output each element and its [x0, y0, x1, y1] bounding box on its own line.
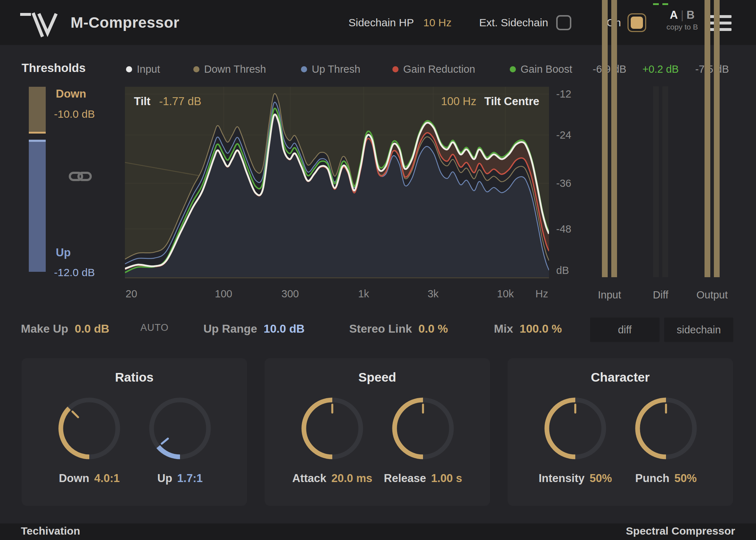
tilt-control: Tilt -1.77 dB [134, 95, 201, 108]
tilt-value[interactable]: -1.77 dB [159, 95, 201, 108]
panel-character: CharacterIntensity50%Punch50% [508, 358, 733, 506]
knob-release[interactable]: Release1.00 s [380, 394, 466, 485]
control-value[interactable]: 0.0 dB [75, 322, 109, 336]
control-label: Make Up [21, 322, 68, 336]
control-label: Stereo Link [349, 322, 412, 336]
knob-value[interactable]: 50% [590, 472, 612, 485]
ab-a-label[interactable]: A [670, 9, 678, 21]
knob-attack[interactable]: Attack20.0 ms [289, 394, 375, 485]
knob-label: Punch [635, 472, 670, 485]
tilt-centre-control: 100 Hz Tilt Centre [360, 95, 539, 108]
legend-label: Down Thresh [204, 63, 266, 75]
legend-item-gain-boost: Gain Boost [510, 63, 572, 75]
ext-sidechain-checkbox[interactable] [556, 15, 571, 30]
knob-dial-icon[interactable] [55, 394, 123, 463]
knob-dial-icon[interactable] [632, 394, 700, 463]
knob-label: Up [157, 472, 172, 485]
spectrum-plot [125, 87, 549, 278]
knob-label: Attack [292, 472, 327, 485]
meter-fill-bright [714, 0, 720, 277]
knob-dial-icon[interactable] [298, 394, 366, 463]
x-axis-tick: 300 [269, 288, 312, 300]
meter-readout-diff: +0.2 dB [632, 63, 689, 75]
on-checkbox-fill [631, 17, 643, 29]
down-threshold-label: Down [56, 87, 86, 100]
knob-value[interactable]: 20.0 ms [332, 472, 373, 485]
knob-value[interactable]: 1.7:1 [177, 472, 203, 485]
spectrum-display[interactable] [125, 87, 549, 278]
knob-dial-icon[interactable] [541, 394, 609, 463]
legend-item-gain-reduction: Gain Reduction [392, 63, 475, 75]
up-threshold-value[interactable]: -12.0 dB [54, 266, 95, 279]
knob-value[interactable]: 1.00 s [431, 472, 462, 485]
down-threshold-handle[interactable] [29, 132, 46, 134]
copy-to-b-button[interactable]: copy to B [661, 23, 703, 31]
knob-readout: Punch50% [623, 472, 709, 485]
tilt-centre-value[interactable]: 100 Hz [441, 95, 476, 108]
meter-bar-output [714, 86, 720, 277]
auto-makeup-toggle[interactable]: AUTO [140, 322, 169, 333]
panel-title: Ratios [22, 370, 247, 384]
ext-sidechain-label: Ext. Sidechain [479, 17, 548, 29]
x-axis-tick: 3k [411, 288, 455, 300]
knob-intensity[interactable]: Intensity50% [532, 394, 618, 485]
meter-bar-input [611, 86, 617, 277]
ab-separator: | [681, 9, 684, 21]
knob-readout: Release1.00 s [380, 472, 466, 485]
meter-bar-input [602, 86, 608, 277]
y-axis-tick: -48 [556, 223, 592, 235]
meter-fill-bright [611, 0, 617, 277]
y-axis-tick: -36 [556, 177, 592, 189]
x-axis-tick: Hz [520, 288, 563, 300]
up-threshold-bar[interactable] [29, 142, 46, 272]
menu-bar [708, 15, 732, 18]
ab-compare-control[interactable]: A|B copy to B [661, 9, 703, 31]
knob-label: Intensity [539, 472, 584, 485]
knob-down[interactable]: Down4.0:1 [46, 394, 132, 485]
x-axis-tick: 1k [342, 288, 385, 300]
knob-label: Down [59, 472, 89, 485]
legend-item-input: Input [126, 63, 160, 75]
top-bar: M-Compressor Sidechain HP 10 Hz Ext. Sid… [0, 0, 756, 45]
legend-dot-icon [510, 66, 516, 72]
knob-up[interactable]: Up1.7:1 [137, 394, 223, 485]
control-label: Up Range [203, 322, 257, 336]
threshold-meter-column [29, 87, 46, 272]
menu-bar [708, 22, 732, 24]
meter-fill-bright [602, 0, 608, 277]
ab-b-label[interactable]: B [687, 9, 694, 21]
meter-bar-output [705, 86, 710, 277]
knob-readout: Down4.0:1 [46, 472, 132, 485]
down-threshold-bar[interactable] [29, 87, 46, 132]
sidechain-hp-value[interactable]: 10 Hz [423, 17, 451, 29]
on-checkbox[interactable] [627, 13, 646, 32]
x-axis-tick: 100 [202, 288, 245, 300]
knob-dial-icon[interactable] [389, 394, 457, 463]
meter-readout-output: -7.5 dB [683, 63, 741, 75]
control-stereo-link: Stereo Link0.0 % [349, 322, 448, 336]
control-value[interactable]: 10.0 dB [264, 322, 305, 336]
bottom-bar: Techivation Spectral Compressor [0, 523, 756, 540]
product-tagline: Spectral Compressor [626, 525, 735, 537]
sidechain-button[interactable]: sidechain [664, 318, 733, 342]
knob-label: Release [384, 472, 426, 485]
link-channels-icon[interactable] [68, 170, 92, 183]
knob-punch[interactable]: Punch50% [623, 394, 709, 485]
control-make-up: Make Up0.0 dB [21, 322, 109, 336]
meter-bar-diff [653, 86, 659, 277]
meter-fill-bright [705, 0, 710, 277]
knob-value[interactable]: 4.0:1 [94, 472, 120, 485]
diff-button[interactable]: diff [590, 318, 660, 342]
control-up-range: Up Range10.0 dB [203, 322, 305, 336]
knob-value[interactable]: 50% [674, 472, 697, 485]
meter-label-output: Output [683, 289, 741, 301]
control-value[interactable]: 0.0 % [418, 322, 448, 336]
down-threshold-value[interactable]: -10.0 dB [54, 108, 95, 120]
hamburger-menu-icon[interactable] [708, 15, 732, 31]
control-value[interactable]: 100.0 % [519, 322, 562, 336]
brand-name: Techivation [21, 525, 80, 537]
knob-dial-icon[interactable] [146, 394, 214, 463]
y-axis-tick: -12 [556, 88, 592, 100]
x-axis-tick: 20 [110, 288, 153, 300]
y-axis-tick: -24 [556, 129, 592, 141]
